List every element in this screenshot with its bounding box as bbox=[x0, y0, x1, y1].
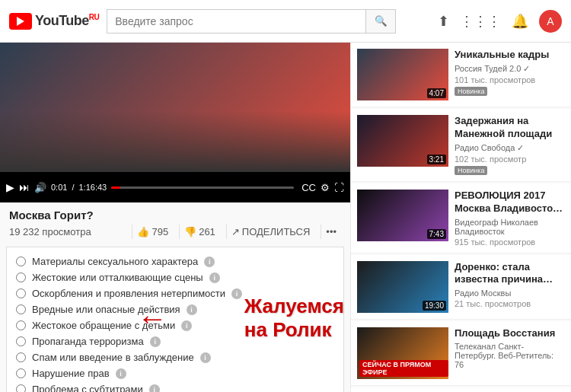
share-button[interactable]: ↗ ПОДЕЛИТЬСЯ bbox=[226, 225, 314, 239]
sidebar-video-title: РЕВОЛЮЦИЯ 2017 Москва Владивосток МИТИНГ… bbox=[455, 190, 565, 215]
info-icon[interactable]: i bbox=[149, 384, 160, 393]
sidebar-video-item[interactable]: 19:30 Доренко: стала известна причина кр… bbox=[351, 255, 571, 320]
sidebar-channel: Радио Свобода ✓ bbox=[455, 143, 565, 153]
report-radio[interactable] bbox=[16, 288, 26, 298]
player-settings: CC ⚙ ⛶ bbox=[301, 182, 344, 193]
sidebar-channel: Телеканал Санкт-Петербург. Веб-Ретитель:… bbox=[455, 342, 565, 369]
report-section: Материалы сексуального характера i Жесто… bbox=[0, 244, 350, 392]
video-thumbnail: 3:21 bbox=[357, 115, 448, 167]
report-option[interactable]: Проблема с субтитрами i bbox=[16, 383, 334, 392]
sidebar-video-item[interactable]: 5:56 МОСКВА ТОП 10: Места обязательные к… bbox=[351, 387, 571, 392]
search-input[interactable] bbox=[107, 9, 365, 33]
info-icon[interactable]: i bbox=[150, 336, 161, 347]
sidebar-video-title: Уникальные кадры bbox=[455, 49, 565, 62]
sidebar-channel: Россия Тудей 2.0 ✓ bbox=[455, 64, 565, 74]
sidebar-channel: Видеограф Николаев Владивосток bbox=[455, 218, 565, 236]
sidebar-video-item[interactable]: 3:21 Задержания на Манежной площади Ради… bbox=[351, 109, 571, 182]
report-option[interactable]: Пропаганда терроризма i bbox=[16, 335, 334, 348]
info-icon[interactable]: i bbox=[200, 352, 211, 363]
next-button[interactable]: ⏭ bbox=[19, 181, 30, 193]
live-badge: СЕЙЧАС В ПРЯМОМ ЭФИРЕ bbox=[359, 360, 448, 377]
report-option-label: Вредные или опасные действия bbox=[32, 304, 180, 315]
report-option[interactable]: Нарушение прав i bbox=[16, 367, 334, 380]
report-option-label: Спам или введение в заблуждение bbox=[32, 352, 194, 363]
report-option-label: Жестокое обращение с детьми bbox=[32, 320, 175, 331]
report-option-label: Жестокие или отталкивающие сцены bbox=[32, 272, 203, 283]
report-radio[interactable] bbox=[16, 368, 26, 378]
duration-badge: 19:30 bbox=[423, 301, 446, 311]
like-button[interactable]: 👍 795 bbox=[132, 225, 173, 239]
sidebar-video-item[interactable]: 4:07 Уникальные кадры Россия Тудей 2.0 ✓… bbox=[351, 43, 571, 107]
video-stats: 19 232 просмотра 👍 795 👎 261 ↗ ПОДЕЛИТЬС… bbox=[9, 225, 341, 239]
video-thumbnail: СЕЙЧАС В ПРЯМОМ ЭФИРЕ bbox=[357, 327, 448, 379]
report-option[interactable]: Материалы сексуального характера i bbox=[16, 255, 334, 268]
progress-fill bbox=[111, 186, 120, 189]
info-icon[interactable]: i bbox=[209, 272, 220, 283]
report-option[interactable]: Спам или введение в заблуждение i bbox=[16, 351, 334, 364]
sidebar-views: 915 тыс. просмотров bbox=[455, 237, 565, 247]
report-radio[interactable] bbox=[16, 257, 26, 266]
report-radio[interactable] bbox=[16, 272, 26, 282]
report-options: Материалы сексуального характера i Жесто… bbox=[16, 255, 334, 392]
report-option[interactable]: Вредные или опасные действия i bbox=[16, 303, 334, 316]
report-radio[interactable] bbox=[16, 352, 26, 362]
fullscreen-icon[interactable]: ⛶ bbox=[334, 182, 344, 193]
report-option-label: Материалы сексуального характера bbox=[32, 256, 198, 267]
header-icons: ⬆ ⋮⋮⋮ 🔔 A bbox=[438, 10, 562, 33]
info-icon[interactable]: i bbox=[231, 288, 242, 299]
video-area: ▶ ⏭ 🔊 0:01 / 1:16:43 CC ⚙ ⛶ Москва Горит… bbox=[0, 43, 350, 392]
sidebar-video-title: Задержания на Манежной площади bbox=[455, 115, 565, 141]
avatar[interactable]: A bbox=[539, 10, 562, 33]
report-radio[interactable] bbox=[16, 384, 26, 392]
search-icon: 🔍 bbox=[375, 15, 388, 27]
progress-bar[interactable] bbox=[111, 186, 294, 189]
upload-icon[interactable]: ⬆ bbox=[438, 13, 449, 30]
duration-badge: 4:07 bbox=[427, 88, 446, 98]
report-option-label: Проблема с субтитрами bbox=[32, 384, 143, 392]
video-player[interactable]: ▶ ⏭ 🔊 0:01 / 1:16:43 CC ⚙ ⛶ bbox=[0, 43, 350, 202]
duration-badge: 3:21 bbox=[427, 155, 446, 164]
dislike-button[interactable]: 👎 261 bbox=[179, 225, 220, 239]
notifications-icon[interactable]: 🔔 bbox=[512, 13, 528, 30]
video-controls: ▶ ⏭ 🔊 0:01 / 1:16:43 CC ⚙ ⛶ bbox=[0, 172, 350, 202]
report-option[interactable]: Жестокие или отталкивающие сцены i bbox=[16, 271, 334, 284]
sidebar-channel: Радио Москвы bbox=[455, 288, 565, 298]
info-icon[interactable]: i bbox=[116, 368, 126, 379]
video-thumbnail: 7:43 bbox=[357, 190, 448, 241]
share-icon: ↗ bbox=[231, 226, 240, 237]
report-overlay: Материалы сексуального характера i Жесто… bbox=[6, 247, 344, 392]
report-radio[interactable] bbox=[16, 320, 26, 330]
sidebar-video-title: Площадь Восстания bbox=[455, 327, 565, 340]
report-radio[interactable] bbox=[16, 336, 26, 346]
header: YouTubeRU 🔍 ⬆ ⋮⋮⋮ 🔔 A bbox=[0, 0, 571, 43]
sidebar-views: 21 тыс. просмотров bbox=[455, 299, 565, 308]
apps-icon[interactable]: ⋮⋮⋮ bbox=[460, 13, 501, 30]
sidebar-video-item[interactable]: 7:43 РЕВОЛЮЦИЯ 2017 Москва Владивосток М… bbox=[351, 183, 571, 253]
sidebar-video-item[interactable]: СЕЙЧАС В ПРЯМОМ ЭФИРЕ Площадь Восстания … bbox=[351, 321, 571, 386]
info-icon[interactable]: i bbox=[204, 257, 215, 267]
thumb-down-icon: 👎 bbox=[184, 226, 196, 237]
video-thumbnail: 19:30 bbox=[357, 261, 448, 313]
sidebar-video-title: Доренко: стала известна причина крушения… bbox=[455, 261, 565, 287]
video-title: Москва Горит? bbox=[9, 209, 341, 221]
info-icon[interactable]: i bbox=[181, 320, 192, 331]
sidebar-views: 101 тыс. просмотров bbox=[455, 75, 565, 84]
search-button[interactable]: 🔍 bbox=[365, 9, 396, 33]
sidebar-views: 102 тыс. просмотр bbox=[455, 155, 565, 164]
settings-icon[interactable]: ⚙ bbox=[321, 182, 330, 193]
play-button[interactable]: ▶ bbox=[6, 181, 14, 193]
more-button[interactable]: ••• bbox=[321, 225, 341, 239]
report-option-label: Пропаганда терроризма bbox=[32, 336, 144, 347]
info-icon[interactable]: i bbox=[187, 304, 197, 315]
report-option[interactable]: Жестокое обращение с детьми i bbox=[16, 319, 334, 332]
report-option[interactable]: Оскорбления и проявления нетерпимости i bbox=[16, 287, 334, 300]
time-separator: / bbox=[72, 183, 74, 192]
logo[interactable]: YouTubeRU bbox=[9, 13, 99, 30]
duration-badge: 7:43 bbox=[427, 229, 446, 239]
volume-icon[interactable]: 🔊 bbox=[34, 182, 46, 193]
new-badge: Новинка bbox=[455, 166, 487, 175]
subtitles-icon[interactable]: CC bbox=[301, 182, 316, 193]
video-thumbnail: 4:07 bbox=[357, 49, 448, 100]
report-radio[interactable] bbox=[16, 304, 26, 314]
video-meta: Доренко: стала известна причина крушения… bbox=[455, 261, 565, 313]
